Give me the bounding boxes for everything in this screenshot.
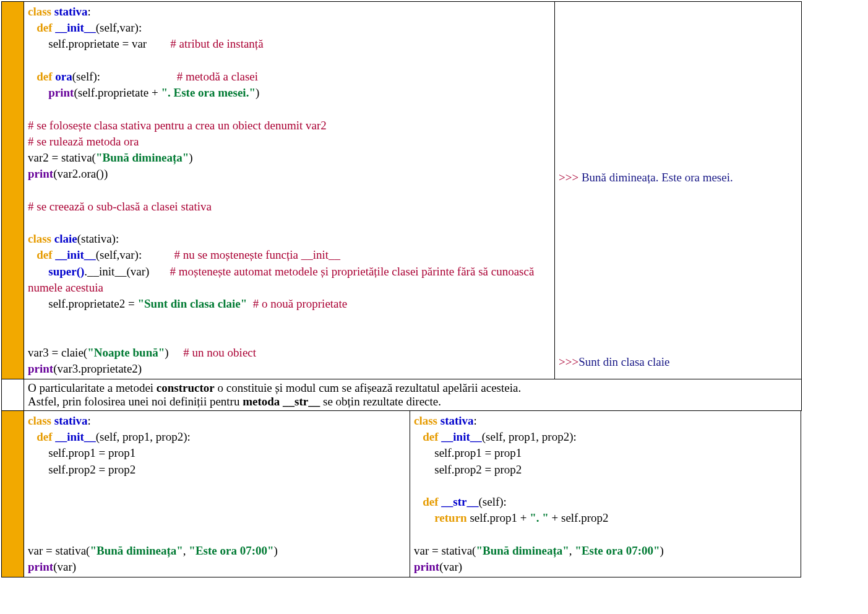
comment: # metodă a clasei	[177, 70, 258, 83]
method-init: __init__	[55, 21, 95, 34]
method-ora: ora	[55, 70, 72, 83]
kw-def: def	[37, 248, 52, 261]
class-name: stativa	[54, 414, 88, 427]
explanation-cell: O particularitate a metodei constructor …	[24, 379, 802, 411]
comment: # un nou obiect	[183, 346, 256, 359]
kw-class: class	[28, 5, 51, 18]
string-literal: ". "	[530, 511, 549, 524]
method-init: __init__	[55, 248, 95, 261]
output-line: >>> Bună dimineața. Este ora mesei.	[559, 170, 797, 186]
method-init: __init__	[441, 430, 481, 443]
string-literal: "Este ora 07:00"	[189, 544, 273, 557]
string-literal: "Bună dimineața"	[96, 151, 189, 164]
output-spacer	[559, 186, 797, 354]
builtin-print: print	[414, 560, 439, 573]
repl-prompt: >>>	[559, 171, 582, 184]
class-name: stativa	[54, 5, 88, 18]
string-literal: "Bună dimineața"	[476, 544, 569, 557]
comment: # nu se moștenește funcția __init__	[174, 248, 340, 261]
builtin-print: print	[28, 560, 53, 573]
code-cell-right: class stativa: def __init__(self, prop1,…	[410, 411, 801, 577]
string-literal: "Noapte bună"	[87, 346, 165, 359]
kw-def: def	[37, 70, 52, 83]
output-text: Bună dimineața. Este ora mesei.	[582, 171, 733, 184]
comment: # se creează o sub-clasă a clasei stativ…	[28, 200, 212, 213]
builtin-print: print	[28, 362, 53, 375]
kw-def: def	[37, 21, 52, 34]
string-literal: ". Este ora mesei."	[161, 86, 255, 99]
string-literal: "Este ora 07:00"	[575, 544, 660, 557]
class-name: claie	[54, 232, 77, 245]
output-line: >>>Sunt din clasa claie	[559, 354, 797, 370]
code-cell-left: class stativa: def __init__(self, prop1,…	[24, 411, 410, 577]
output-cell: >>> Bună dimineața. Este ora mesei. >>>S…	[555, 2, 802, 379]
kw-class: class	[28, 232, 51, 245]
string-literal: "Bună dimineața"	[90, 544, 183, 557]
comment: # se folosește clasa stativa pentru a cr…	[28, 119, 327, 132]
builtin-print: print	[28, 167, 53, 180]
comment: # se rulează metoda ora	[28, 135, 139, 148]
code-cell-classes: class stativa: def __init__(self,var): s…	[24, 2, 555, 379]
string-literal: "Sunt din clasa claie"	[137, 297, 247, 310]
method-str: __str__	[441, 495, 478, 508]
row-marker	[2, 2, 24, 379]
row-marker	[2, 411, 24, 577]
kw-def: def	[423, 495, 438, 508]
output-spacer	[559, 4, 797, 170]
kw-def: def	[423, 430, 438, 443]
row-marker-blank	[2, 379, 24, 411]
comment: # o nouă proprietate	[253, 297, 347, 310]
builtin-print: print	[48, 86, 74, 99]
code-block: class stativa: def __init__(self, prop1,…	[414, 413, 797, 575]
builtin-super: super()	[48, 265, 84, 278]
term-str-method: metoda __str__	[243, 395, 320, 408]
kw-return: return	[434, 511, 466, 524]
explanation-line: Astfel, prin folosirea unei noi definiți…	[28, 395, 797, 409]
compare-table: class stativa: def __init__(self, prop1,…	[1, 410, 801, 577]
examples-table: class stativa: def __init__(self,var): s…	[1, 1, 802, 379]
explanation-line: O particularitate a metodei constructor …	[28, 381, 797, 395]
comment: # atribut de instanță	[170, 37, 263, 50]
class-name: stativa	[440, 414, 474, 427]
kw-def: def	[37, 430, 52, 443]
output-text: Sunt din clasa claie	[578, 355, 669, 368]
kw-class: class	[28, 414, 51, 427]
method-init: __init__	[55, 430, 95, 443]
explanation-table: O particularitate a metodei constructor …	[1, 379, 802, 411]
code-block: class stativa: def __init__(self,var): s…	[28, 4, 551, 377]
term-constructor: constructor	[157, 381, 215, 394]
kw-class: class	[414, 414, 437, 427]
repl-prompt: >>>	[559, 355, 578, 368]
code-block: class stativa: def __init__(self, prop1,…	[28, 413, 406, 575]
